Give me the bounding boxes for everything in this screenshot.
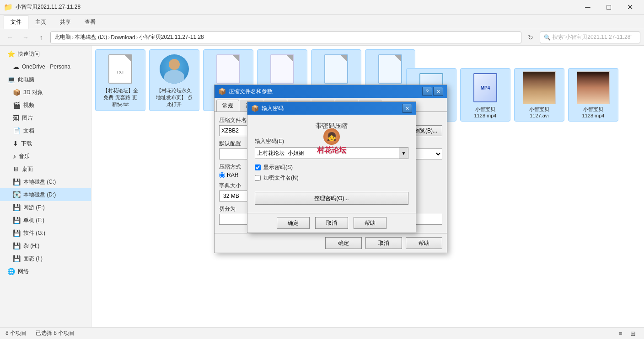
document-icon: 📄 <box>13 127 21 134</box>
file-item-mp4[interactable]: MP4 小智宝贝1128.mp4 <box>460 68 510 122</box>
tab-share[interactable]: 共享 <box>53 15 78 29</box>
sidebar-item-drive-h[interactable]: 💾 杂 (H:) <box>0 239 91 252</box>
ribbon-tabs: 文件 主页 共享 查看 <box>0 15 644 29</box>
compress-cancel-btn[interactable]: 取消 <box>365 237 402 249</box>
desktop-icon: 🖥 <box>13 165 19 173</box>
photo2-thumbnail <box>577 71 610 104</box>
drive-g-icon: 💾 <box>13 229 21 237</box>
file-item-photo1[interactable]: 小智宝贝1127.avi <box>514 68 564 122</box>
password-input-label: 输入密码(E) <box>255 138 408 145</box>
grid-view-button[interactable]: ⊞ <box>628 328 639 339</box>
drive-i-icon: 💾 <box>13 255 21 262</box>
sidebar-item-drive-e[interactable]: 💾 网游 (E:) <box>0 201 91 214</box>
sidebar-item-onedrive[interactable]: ☁ OneDrive - Persona <box>0 60 91 73</box>
tab-file[interactable]: 文件 <box>4 15 28 29</box>
password-ok-btn[interactable]: 确定 <box>277 217 310 229</box>
compress-help-btn[interactable]: 帮助 <box>406 237 442 249</box>
password-input[interactable] <box>255 150 399 156</box>
item-count: 8 个项目 <box>5 329 27 337</box>
password-dialog-footer: 确定 取消 帮助 <box>247 213 416 233</box>
drive-d-icon: 💽 <box>13 191 21 198</box>
radio-rar-input[interactable] <box>219 172 225 178</box>
search-icon: 🔍 <box>544 34 551 41</box>
file-label-profile: 【村花论坛永久地址发布页】-点此打开 <box>156 87 193 108</box>
3d-icon: 📦 <box>13 89 21 96</box>
compress-dialog-close-icon[interactable]: ✕ <box>433 87 443 96</box>
encrypt-filename-row: 加密文件名(N) <box>255 174 408 182</box>
winrar-icon: 📦 <box>218 88 226 95</box>
maximize-button[interactable]: □ <box>598 0 619 15</box>
file-icon-p1 <box>212 53 245 85</box>
password-dialog-close-icon[interactable]: ✕ <box>402 104 412 113</box>
password-help-btn[interactable]: 帮助 <box>354 217 386 229</box>
txt2-icon <box>216 54 240 84</box>
sidebar-item-downloads[interactable]: ⬇ 下载 <box>0 137 91 150</box>
compress-dialog-title: 压缩文件名和参数 <box>229 88 422 95</box>
txt5-icon <box>378 54 402 84</box>
tab-view[interactable]: 查看 <box>78 15 102 29</box>
file-label-photo1: 小智宝贝1127.avi <box>529 106 549 118</box>
drive-e-icon: 💾 <box>13 204 21 211</box>
compress-ok-btn[interactable]: 确定 <box>325 237 362 249</box>
sidebar-item-3d[interactable]: 📦 3D 对象 <box>0 86 91 99</box>
file-icon-photo1-area <box>523 71 556 104</box>
password-dropdown-btn[interactable]: ▼ <box>399 148 408 159</box>
sidebar-item-pictures[interactable]: 🖼 图片 <box>0 111 91 124</box>
file-label-mp4: 小智宝贝1128.mp4 <box>474 106 497 118</box>
txt3-icon <box>270 54 294 84</box>
view-controls: ≡ ⊞ <box>615 328 639 339</box>
encrypt-filename-checkbox[interactable] <box>255 175 261 181</box>
compress-dialog-help-icon[interactable]: ? <box>422 87 432 96</box>
sidebar-item-quickaccess[interactable]: ⭐ 快速访问 <box>0 48 91 60</box>
breadcrumb-download: Download <box>111 34 135 41</box>
sidebar-item-documents[interactable]: 📄 文档 <box>0 124 91 137</box>
file-item-photo2[interactable]: 小智宝贝1128.mp4 <box>568 68 618 122</box>
password-cancel-btn[interactable]: 取消 <box>315 217 348 229</box>
show-password-label: 显示密码(S) <box>263 164 293 171</box>
file-icon-p3 <box>320 53 353 85</box>
breadcrumb-thispc: 此电脑 <box>54 33 71 41</box>
address-path[interactable]: 此电脑 › 本地磁盘 (D:) › Download › 小智宝贝2021.11… <box>50 32 521 43</box>
file-icon-p2 <box>266 53 299 85</box>
close-button[interactable]: ✕ <box>619 0 640 15</box>
radio-rar[interactable]: RAR <box>219 172 238 178</box>
list-view-button[interactable]: ≡ <box>615 328 626 339</box>
sidebar-item-drive-g[interactable]: 💾 软件 (G:) <box>0 227 91 239</box>
refresh-button[interactable]: ↻ <box>524 31 537 44</box>
show-password-checkbox[interactable] <box>255 164 261 170</box>
file-label-txt: 【村花论坛】全免费-无套路-更新快.txt <box>103 87 138 108</box>
password-dialog-titlebtns: ✕ <box>402 104 412 113</box>
file-item-profile[interactable]: 【村花论坛永久地址发布页】-点此打开 <box>149 49 199 111</box>
sidebar-item-desktop[interactable]: 🖥 桌面 <box>0 163 91 175</box>
search-placeholder: 搜索"小智宝贝2021.11.27-11.28" <box>553 33 633 41</box>
file-icon-txt-area: TXT <box>104 53 137 85</box>
sidebar-item-video[interactable]: 🎬 视频 <box>0 99 91 111</box>
sidebar-item-drive-c[interactable]: 💾 本地磁盘 (C:) <box>0 175 91 188</box>
title-bar-icon: 📁 <box>4 3 13 11</box>
compress-dialog-titlebar: 📦 压缩文件名和参数 ? ✕ <box>215 85 447 98</box>
file-icon-photo2-area <box>577 71 610 104</box>
sidebar-item-music[interactable]: ♪ 音乐 <box>0 150 91 163</box>
compress-tab-general[interactable]: 常规 <box>216 100 239 111</box>
sidebar-item-drive-d[interactable]: 💽 本地磁盘 (D:) <box>0 188 91 201</box>
search-box[interactable]: 🔍 搜索"小智宝贝2021.11.27-11.28" <box>540 32 640 43</box>
file-item-txt[interactable]: TXT 【村花论坛】全免费-无套路-更新快.txt <box>95 49 145 111</box>
sidebar-item-drive-f[interactable]: 💾 单机 (F:) <box>0 214 91 227</box>
password-dialog[interactable]: 📦 输入密码 ✕ 带密码压缩 输入密码(E) ▼ 👧 村花论坛 显示密码(S) <box>247 101 416 233</box>
picture-icon: 🖼 <box>13 114 19 122</box>
minimize-button[interactable]: ─ <box>577 0 598 15</box>
tab-home[interactable]: 主页 <box>28 15 53 29</box>
cloud-icon: ☁ <box>13 63 19 70</box>
drive-h-icon: 💾 <box>13 242 21 249</box>
up-button[interactable]: ↑ <box>35 31 48 44</box>
back-button[interactable]: ← <box>4 31 16 44</box>
forward-button[interactable]: → <box>19 31 32 44</box>
breadcrumb-folder: 小智宝贝2021.11.27-11.28 <box>139 33 204 41</box>
status-bar: 8 个项目 已选择 8 个项目 ≡ ⊞ <box>0 327 644 339</box>
selected-count: 已选择 8 个项目 <box>36 329 75 337</box>
sidebar-item-thispc[interactable]: 💻 此电脑 <box>0 73 91 86</box>
manage-passwords-btn[interactable]: 整理密码(O)... <box>255 192 408 205</box>
password-dialog-titlebar: 📦 输入密码 ✕ <box>247 102 416 115</box>
sidebar-item-network[interactable]: 🌐 网络 <box>0 265 91 278</box>
sidebar-item-drive-i[interactable]: 💾 固态 (I:) <box>0 252 91 265</box>
